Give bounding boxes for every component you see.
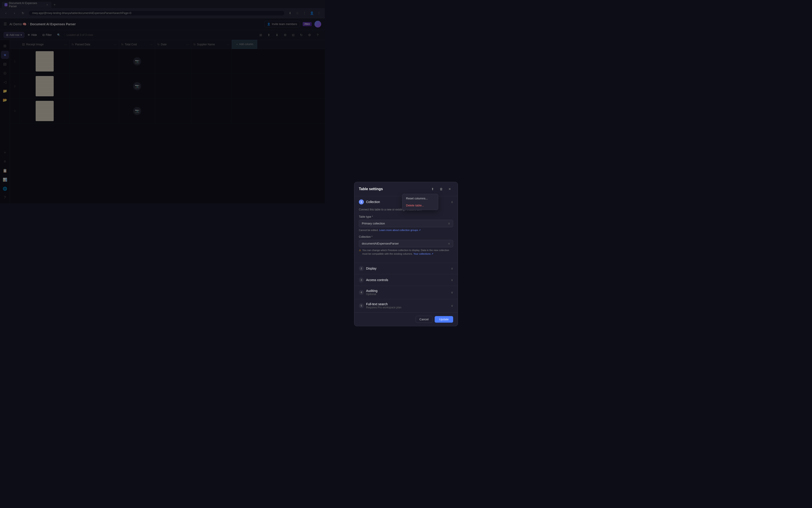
modal-overlay[interactable] (0, 0, 325, 203)
